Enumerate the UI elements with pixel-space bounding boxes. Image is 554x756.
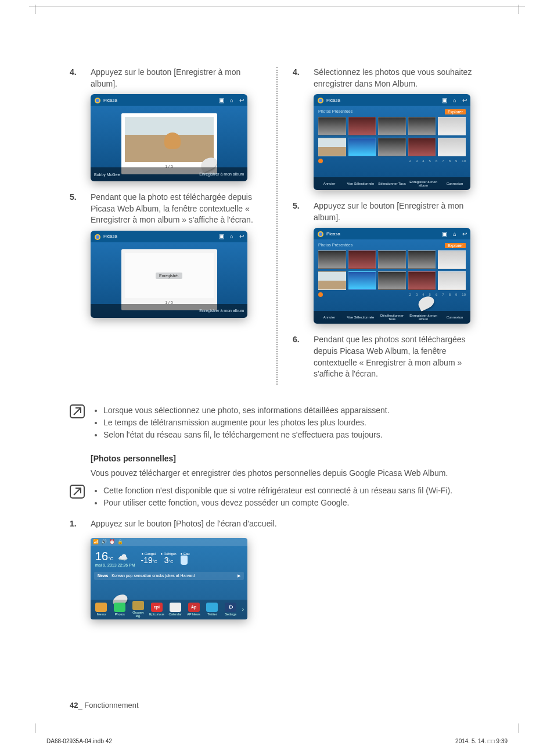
page-num: 8 xyxy=(449,293,451,296)
photo-dog xyxy=(125,117,214,162)
back-icon: ↩ xyxy=(462,231,467,237)
connection-label: Connexion xyxy=(439,316,470,320)
svg-point-3 xyxy=(96,235,99,239)
save-icon: ▣ xyxy=(219,233,224,239)
more-apps-chevron-icon: › xyxy=(241,606,245,612)
sound-icon: 🔊 xyxy=(101,539,107,544)
photo-thumbnail-grid xyxy=(318,250,466,290)
screenshot-picasa-grid-save: Picasa ▣ ⌂ ↩ Photos Présentées Explorer xyxy=(314,228,470,324)
thumb xyxy=(438,271,466,290)
album-owner: Bobby McGee xyxy=(94,173,120,177)
page-num: 7 xyxy=(442,293,444,296)
water-widget: ● Eau xyxy=(181,552,190,565)
temp-unit: °C xyxy=(153,560,157,564)
lock-icon: 🔒 xyxy=(117,539,123,544)
step-number: 1. xyxy=(70,518,91,530)
doc-timestamp: 2014. 5. 14. □□ 9:39 xyxy=(455,738,508,744)
view-selected-label: Vue Sélectionnée xyxy=(345,316,376,320)
exterior-temp: 16 xyxy=(95,550,108,562)
news-ticker: News Korean pop sensation cracks jokes a… xyxy=(94,572,244,580)
thumb xyxy=(348,138,376,156)
svg-point-5 xyxy=(319,99,322,102)
save-to-album-label: Enregistrer à mon album xyxy=(408,180,439,188)
two-column-layout: 4. Appuyez sur le bouton [Enregistrer à … xyxy=(70,67,484,385)
settings-gear-icon: ⚙ xyxy=(225,603,236,612)
step-number: 6. xyxy=(293,334,314,379)
deselect-all-label: Désélectionner Tous xyxy=(376,314,408,321)
view-selected-label: Vue Sélectionnée xyxy=(345,182,376,186)
freezer-temp: -19 xyxy=(141,556,153,565)
page-num: 8 xyxy=(449,159,451,163)
right-step-4: 4. Sélectionnez les photos que vous souh… xyxy=(293,67,484,89)
water-dot-icon: ● xyxy=(181,552,183,556)
note-bullets: Lorsque vous sélectionnez une photo, ses… xyxy=(94,404,390,441)
alarm-icon: ⏰ xyxy=(109,539,115,544)
page-footer: 42_ Fonctionnement xyxy=(70,701,139,710)
page-num: 2 xyxy=(409,159,411,163)
app-apnews: ApAP News xyxy=(185,603,202,616)
thumb xyxy=(318,117,346,135)
exterior-temp-widget: 16°C ☁️ mai 9, 2013 22:26 PM xyxy=(95,550,135,567)
screenshot-footer: Enregistrer à mon album xyxy=(91,304,247,318)
photo-frame: 1 / 5 xyxy=(121,249,217,310)
screenshot-title: Picasa xyxy=(103,234,217,239)
save-icon: ▣ xyxy=(442,97,447,103)
right-step-6: 6. Pendant que les photos sont télécharg… xyxy=(293,334,484,379)
temp-unit: °C xyxy=(108,556,113,561)
note-bullet: Pour utiliser cette fonction, vous devez… xyxy=(103,497,452,509)
note-bullet: Cette fonction n'est disponible que si v… xyxy=(103,485,452,497)
featured-photos-label: Photos Présentées xyxy=(318,109,352,114)
page-num: 4 xyxy=(422,159,424,163)
app-grocery: Grocery Mg. xyxy=(130,601,147,618)
back-icon: ↩ xyxy=(239,97,244,103)
screenshot-header-icons: ▣ ⌂ ↩ xyxy=(219,233,244,239)
screenshot-home-screen: 📶 🔊 ⏰ 🔒 16°C ☁️ mai 9, 2013 22:26 PM ● C… xyxy=(91,538,247,619)
screenshot-body: 1 / 5 Enregistré. Enregistrer à mon albu… xyxy=(91,242,247,318)
screenshot-grid-footer: Annuler Vue Sélectionnée Désélectionner … xyxy=(314,311,470,324)
current-page-dot-icon xyxy=(318,292,323,297)
cancel-label: Annuler xyxy=(314,316,345,320)
note-block-1: Lorsque vous sélectionnez une photo, ses… xyxy=(70,404,484,441)
screenshot-header: Picasa ▣ ⌂ ↩ xyxy=(314,94,470,106)
page-num: 6 xyxy=(436,159,437,163)
thumb xyxy=(318,250,346,269)
thumb xyxy=(318,138,346,156)
screenshot-title: Picasa xyxy=(103,98,217,103)
thumb xyxy=(438,138,466,156)
page-num: 6 xyxy=(436,293,437,296)
step-number: 5. xyxy=(293,200,314,223)
dog-graphic xyxy=(164,132,181,149)
temp-unit: °C xyxy=(169,560,174,564)
thumb xyxy=(408,138,436,156)
page-num: 3 xyxy=(416,293,418,296)
save-to-album-label: Enregistrer à mon album xyxy=(199,172,244,177)
date-time: mai 9, 2013 22:26 PM xyxy=(95,563,135,567)
screenshot-body: 1 / 5 Bobby McGee Enregistrer à mon albu… xyxy=(91,106,247,181)
water-cup-icon xyxy=(181,556,188,565)
page-num: 3 xyxy=(416,159,418,163)
calendar-icon xyxy=(170,603,181,612)
pager-numbers: 2 3 4 5 6 7 8 9 10 xyxy=(409,159,466,163)
app-twitter: Twitter xyxy=(204,603,221,616)
status-bar: 📶 🔊 ⏰ 🔒 xyxy=(91,538,247,546)
note-bullets: Cette fonction n'est disponible que si v… xyxy=(94,485,452,509)
app-memo: Memo xyxy=(93,603,110,616)
featured-photos-label: Photos Présentées xyxy=(318,243,352,248)
weather-cloud-icon: ☁️ xyxy=(118,553,128,562)
page-num: 7 xyxy=(442,159,444,163)
page-num: 9 xyxy=(455,293,457,296)
thumb xyxy=(318,271,346,290)
step-text: Pendant que la photo est téléchargée dep… xyxy=(91,192,261,226)
epicurious-icon: epi xyxy=(151,603,163,612)
photo-thumbnail-grid xyxy=(318,117,466,156)
thumb xyxy=(378,138,406,156)
picasa-logo-icon xyxy=(94,233,101,240)
page-content: 4. Appuyez sur le bouton [Enregistrer à … xyxy=(70,67,484,619)
picasa-logo-icon xyxy=(317,96,324,103)
picasa-logo-icon xyxy=(317,230,324,237)
page-num: 5 xyxy=(429,159,431,163)
screenshot-title: Picasa xyxy=(326,98,440,103)
back-icon: ↩ xyxy=(462,97,467,103)
thumb xyxy=(378,271,406,290)
screenshot-header: Picasa ▣ ⌂ ↩ xyxy=(314,228,470,239)
